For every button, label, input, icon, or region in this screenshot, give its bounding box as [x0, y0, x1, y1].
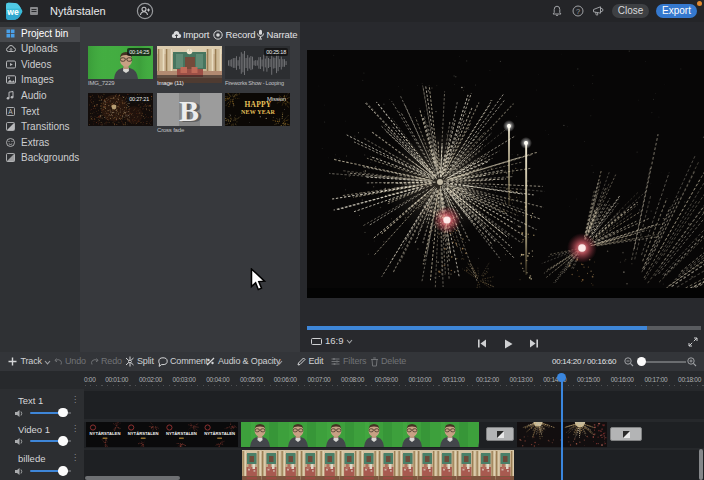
svg-text:?: ? [576, 7, 580, 16]
svg-text:NYTÅRSTALEN: NYTÅRSTALEN [90, 431, 121, 436]
svg-text:NYTÅRSTALEN: NYTÅRSTALEN [128, 431, 159, 436]
svg-text:NYTÅRSTALEN: NYTÅRSTALEN [204, 431, 235, 436]
svg-text:we: we [6, 7, 19, 17]
svg-text:NYTÅRSTALEN: NYTÅRSTALEN [166, 431, 197, 436]
svg-text:B: B [178, 94, 198, 126]
svg-text:A: A [8, 108, 13, 115]
